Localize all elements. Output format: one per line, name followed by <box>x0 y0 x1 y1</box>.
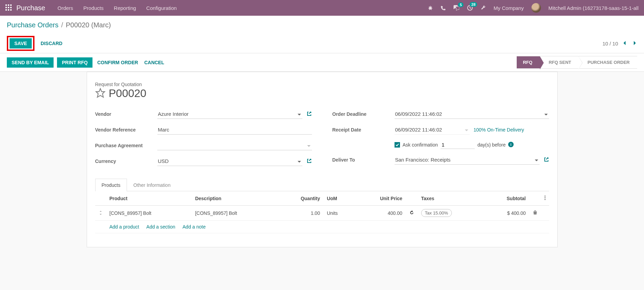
tools-icon[interactable] <box>481 5 486 11</box>
add-product-link[interactable]: Add a product <box>110 224 139 230</box>
svg-rect-2 <box>10 4 12 6</box>
deadline-input[interactable] <box>395 109 549 119</box>
nav-orders[interactable]: Orders <box>58 5 73 11</box>
days-before-label: day(s) before <box>477 142 505 148</box>
chat-icon[interactable]: 5 <box>453 5 459 11</box>
activity-icon[interactable]: 28 <box>467 5 473 11</box>
pager: 10 / 10 <box>602 40 637 47</box>
drag-handle-icon[interactable] <box>99 210 103 216</box>
receipt-date-label: Receipt Date <box>332 127 390 133</box>
svg-rect-4 <box>8 7 9 8</box>
currency-input[interactable] <box>157 156 302 166</box>
form-subtitle: Request for Quotation <box>95 82 549 87</box>
currency-external-link-icon[interactable] <box>306 158 312 165</box>
purchase-agreement-label: Purchase Agreement <box>95 143 153 148</box>
breadcrumb-current: P00020 (Marc) <box>66 21 111 29</box>
svg-rect-1 <box>8 4 9 6</box>
svg-line-13 <box>429 6 430 7</box>
top-nav: Purchase Orders Products Reporting Confi… <box>0 0 644 16</box>
days-before-input[interactable] <box>441 141 475 149</box>
activity-badge: 28 <box>470 2 477 7</box>
col-unit-price: Unit Price <box>355 191 406 206</box>
reset-price-icon[interactable] <box>409 211 414 216</box>
nav-links: Orders Products Reporting Configuration <box>58 5 428 11</box>
star-icon[interactable] <box>95 88 105 99</box>
stage-rfq-sent[interactable]: RFQ SENT <box>540 56 579 69</box>
cell-subtotal: $ 400.00 <box>484 206 529 221</box>
kebab-icon[interactable] <box>544 196 546 201</box>
vendor-external-link-icon[interactable] <box>306 111 312 118</box>
delete-row-icon[interactable] <box>533 210 538 216</box>
breadcrumb-root[interactable]: Purchase Orders <box>7 21 58 29</box>
deadline-label: Order Deadline <box>332 111 390 117</box>
control-panel: Purchase Orders / P00020 (Marc) SAVE DIS… <box>0 16 644 53</box>
ask-confirmation-checkbox[interactable] <box>395 142 400 148</box>
record-title: P00020 <box>109 87 146 100</box>
print-rfq-button[interactable]: PRINT RFQ <box>57 57 92 68</box>
form-sheet: Request for Quotation P00020 Vendor Vend… <box>87 72 558 247</box>
svg-point-21 <box>544 196 545 197</box>
form-left-column: Vendor Vendor Reference Purchase Agreeme… <box>95 109 312 166</box>
status-bar: SEND BY EMAIL PRINT RFQ CONFIRM ORDER CA… <box>0 53 644 72</box>
cancel-button[interactable]: CANCEL <box>143 57 166 68</box>
currency-label: Currency <box>95 158 153 164</box>
stage-rfq[interactable]: RFQ <box>517 56 540 69</box>
vendor-ref-input[interactable] <box>157 125 312 135</box>
cell-uom[interactable]: Units <box>324 206 355 221</box>
pager-text: 10 / 10 <box>602 41 618 46</box>
nav-products[interactable]: Products <box>83 5 103 11</box>
nav-reporting[interactable]: Reporting <box>114 5 136 11</box>
info-icon[interactable]: i <box>508 142 514 148</box>
col-description: Description <box>192 191 277 206</box>
confirm-order-button[interactable]: CONFIRM ORDER <box>96 57 140 68</box>
purchase-agreement-input[interactable] <box>157 141 312 150</box>
add-section-link[interactable]: Add a section <box>146 224 175 230</box>
ask-confirmation-label: Ask confirmation <box>403 142 438 148</box>
table-row[interactable]: [CONS_89957] Bolt [CONS_89957] Bolt 1.00… <box>95 206 549 221</box>
cell-quantity[interactable]: 1.00 <box>277 206 324 221</box>
col-taxes: Taxes <box>418 191 484 206</box>
user-menu[interactable]: Mitchell Admin (16273178-saas-15-1-all <box>548 5 639 11</box>
save-button[interactable]: SAVE <box>10 38 32 49</box>
cell-unit-price[interactable]: 400.00 <box>355 206 406 221</box>
svg-point-23 <box>544 199 545 200</box>
vendor-input[interactable] <box>157 109 302 119</box>
pager-prev-icon[interactable] <box>622 40 628 47</box>
breadcrumb: Purchase Orders / P00020 (Marc) <box>7 21 637 29</box>
vendor-ref-label: Vendor Reference <box>95 127 153 133</box>
bug-icon[interactable] <box>428 5 433 11</box>
col-quantity: Quantity <box>277 191 324 206</box>
add-note-link[interactable]: Add a note <box>183 224 206 230</box>
svg-marker-18 <box>96 89 104 97</box>
cell-description[interactable]: [CONS_89957] Bolt <box>192 206 277 221</box>
tab-products[interactable]: Products <box>95 179 127 191</box>
svg-rect-3 <box>5 7 7 8</box>
phone-icon[interactable] <box>441 5 446 11</box>
discard-button[interactable]: DISCARD <box>39 38 64 49</box>
vendor-label: Vendor <box>95 111 153 117</box>
save-highlight-box: SAVE <box>7 36 34 51</box>
svg-text:i: i <box>511 142 512 147</box>
tab-other-information[interactable]: Other Information <box>127 179 177 191</box>
deliver-to-input[interactable] <box>395 155 540 165</box>
form-tabs: Products Other Information <box>95 178 549 191</box>
on-time-delivery-text: 100% On-Time Delivery <box>474 127 524 133</box>
app-brand[interactable]: Purchase <box>16 4 45 12</box>
pager-next-icon[interactable] <box>632 40 637 47</box>
col-uom: UoM <box>324 191 355 206</box>
send-email-button[interactable]: SEND BY EMAIL <box>7 57 54 68</box>
stage-purchase-order[interactable]: PURCHASE ORDER <box>578 56 637 69</box>
cell-product[interactable]: [CONS_89957] Bolt <box>106 206 192 221</box>
nav-configuration[interactable]: Configuration <box>146 5 177 11</box>
company-selector[interactable]: My Company <box>493 5 524 11</box>
col-product: Product <box>106 191 192 206</box>
svg-rect-6 <box>5 9 7 11</box>
svg-rect-7 <box>8 9 9 11</box>
tax-chip[interactable]: Tax 15.00% <box>421 209 452 217</box>
apps-icon[interactable] <box>5 4 12 12</box>
deliver-to-label: Deliver To <box>332 157 390 163</box>
receipt-date-input[interactable] <box>395 125 470 135</box>
avatar[interactable] <box>531 3 541 13</box>
form-right-column: Order Deadline Receipt Date 100% On-Time… <box>332 109 549 166</box>
deliver-to-external-link-icon[interactable] <box>544 157 549 163</box>
